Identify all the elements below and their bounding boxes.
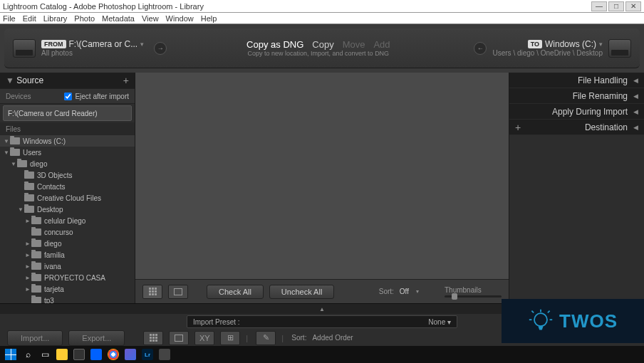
- tree-arrow-icon: ►: [24, 218, 31, 224]
- action-copy-as-dng[interactable]: Copy as DNG: [246, 39, 303, 50]
- check-all-button[interactable]: Check All: [207, 285, 264, 299]
- search-button[interactable]: ⌕: [20, 347, 36, 362]
- folder-tree-item[interactable]: ►familia: [0, 249, 135, 261]
- import-dest-block[interactable]: ← TO Windows (C:) ▾ Users \ diego \ OneD…: [469, 39, 631, 58]
- folder-tree-item[interactable]: ►diego: [0, 238, 135, 249]
- source-panel-header[interactable]: ▼ Source +: [0, 73, 135, 88]
- action-copy[interactable]: Copy: [312, 39, 333, 50]
- tree-arrow-icon: ►: [24, 241, 31, 247]
- menu-library[interactable]: Library: [43, 14, 68, 23]
- drive-icon: [13, 39, 36, 58]
- to-path: Windows (C:): [545, 39, 596, 49]
- folder-tree-item[interactable]: ►celular Diego: [0, 215, 135, 226]
- folder-tree-item[interactable]: tp3: [0, 295, 135, 303]
- menu-file[interactable]: File: [3, 14, 16, 23]
- menu-metadata[interactable]: Metadata: [102, 14, 135, 23]
- apply-during-import-panel[interactable]: Apply During Import ◀: [509, 104, 644, 120]
- from-subtitle: All photos: [41, 49, 144, 57]
- tree-arrow-icon: ►: [24, 286, 31, 293]
- eject-checkbox-input[interactable]: [64, 93, 72, 100]
- file-handling-panel[interactable]: File Handling ◀: [509, 73, 644, 88]
- to-subtitle: Users \ diego \ OneDrive \ Desktop: [492, 49, 603, 57]
- folder-icon: [10, 137, 20, 144]
- folder-label: tp3: [44, 297, 54, 304]
- folder-tree-item[interactable]: ►PROYECTO CASA: [0, 272, 135, 283]
- grid-icon: [149, 288, 157, 295]
- folder-icon: [31, 263, 41, 270]
- tree-arrow-icon: ►: [24, 275, 31, 281]
- right-panel: File Handling ◀ File Renaming ◀ Apply Du…: [509, 73, 644, 303]
- start-button[interactable]: [3, 347, 19, 362]
- folder-label: diego: [30, 160, 47, 168]
- triangle-left-icon: ◀: [633, 124, 638, 131]
- export-button[interactable]: Export...: [68, 330, 125, 346]
- sort-value[interactable]: Off: [400, 288, 409, 295]
- task-view-button[interactable]: ▭: [37, 347, 53, 362]
- destination-panel[interactable]: + Destination ◀: [509, 120, 644, 135]
- taskbar-app-lightroom[interactable]: Lr: [140, 347, 155, 362]
- folder-icon: [31, 274, 41, 281]
- loupe-view-button[interactable]: [168, 285, 188, 299]
- dest-back-button[interactable]: ←: [474, 42, 487, 55]
- import-preset-bar[interactable]: Import Preset : None ▾: [187, 315, 457, 328]
- panel-label: Destination: [585, 122, 628, 132]
- window-titlebar: Lightroom Catalog - Adobe Photoshop Ligh…: [0, 0, 644, 13]
- dropdown-icon[interactable]: ▾: [140, 41, 144, 48]
- menu-window[interactable]: Window: [166, 14, 194, 23]
- source-forward-button[interactable]: →: [154, 42, 167, 55]
- thumbnail-grid-area[interactable]: [135, 73, 509, 279]
- taskbar-app[interactable]: [71, 347, 87, 362]
- footer-sort-value[interactable]: Added Order: [312, 334, 353, 342]
- eject-after-import-checkbox[interactable]: Eject after import: [64, 93, 129, 100]
- folder-label: concurso: [44, 228, 73, 236]
- folder-tree-item[interactable]: ►ivana: [0, 261, 135, 272]
- footer-compare-view-button[interactable]: XY: [194, 331, 214, 345]
- footer-survey-view-button[interactable]: ⊞: [220, 331, 240, 345]
- sort-label: Sort:: [379, 288, 394, 295]
- menu-view[interactable]: View: [142, 14, 159, 23]
- folder-tree-item[interactable]: ►tarjeta: [0, 283, 135, 295]
- taskbar-app-photos[interactable]: [123, 347, 138, 362]
- folder-tree-item[interactable]: ▼Windows (C:): [0, 135, 135, 147]
- folder-tree-item[interactable]: ▼Users: [0, 147, 135, 158]
- import-source-block[interactable]: FROM F:\(Camera or C... ▾ All photos →: [13, 39, 167, 58]
- taskbar-app-dropbox[interactable]: [88, 347, 104, 362]
- add-source-button[interactable]: +: [123, 75, 129, 86]
- sort-dropdown-icon[interactable]: ▾: [416, 288, 419, 295]
- dropdown-icon[interactable]: ▾: [599, 41, 603, 48]
- triangle-left-icon: ◀: [633, 93, 638, 100]
- menu-edit[interactable]: Edit: [23, 14, 36, 23]
- window-maximize-button[interactable]: □: [608, 1, 624, 11]
- import-button[interactable]: Import...: [7, 330, 63, 346]
- menu-help[interactable]: Help: [201, 14, 217, 23]
- grid-view-button[interactable]: [142, 285, 162, 299]
- triangle-left-icon: ◀: [633, 77, 638, 84]
- folder-tree-item[interactable]: ▼Desktop: [0, 204, 135, 215]
- add-destination-button[interactable]: +: [515, 122, 521, 133]
- folder-tree-item[interactable]: concurso: [0, 226, 135, 238]
- folder-icon: [24, 194, 34, 201]
- window-close-button[interactable]: ✕: [625, 1, 641, 11]
- thumbnail-size-slider[interactable]: [445, 295, 502, 298]
- panel-label: File Handling: [578, 75, 628, 85]
- menu-photo[interactable]: Photo: [74, 14, 95, 23]
- to-badge: TO: [528, 40, 542, 48]
- folder-tree-item[interactable]: Creative Cloud Files: [0, 192, 135, 204]
- taskbar-app-explorer[interactable]: [54, 347, 70, 362]
- footer-painter-button[interactable]: ✎: [256, 331, 276, 345]
- preset-value: None: [428, 318, 445, 326]
- triangle-left-icon: ◀: [633, 108, 638, 115]
- taskbar-app-chrome[interactable]: [105, 347, 121, 362]
- device-item[interactable]: F:\(Camera or Card Reader): [3, 105, 132, 121]
- file-renaming-panel[interactable]: File Renaming ◀: [509, 88, 644, 104]
- folder-tree-item[interactable]: 3D Objects: [0, 169, 135, 181]
- footer-grid-view-button[interactable]: [143, 331, 163, 345]
- folder-tree-item[interactable]: Contacts: [0, 181, 135, 192]
- taskbar-app[interactable]: [157, 347, 172, 362]
- folder-tree-item[interactable]: ▼diego: [0, 158, 135, 169]
- uncheck-all-button[interactable]: Uncheck All: [269, 285, 334, 299]
- window-minimize-button[interactable]: —: [591, 1, 607, 11]
- folder-label: familia: [44, 251, 65, 259]
- footer-loupe-view-button[interactable]: [169, 331, 189, 345]
- window-title: Lightroom Catalog - Adobe Photoshop Ligh…: [3, 2, 591, 11]
